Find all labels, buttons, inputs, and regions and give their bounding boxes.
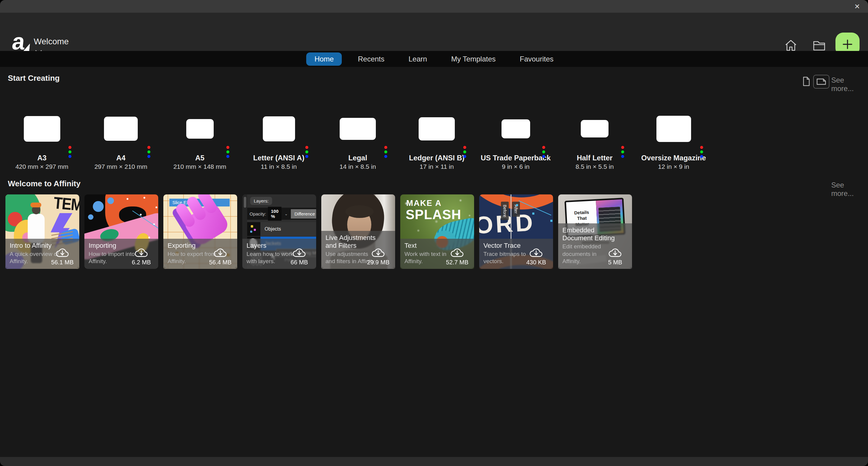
opacity-value: 100 % (268, 207, 281, 221)
card-info-overlay: Vector Trace Trace bitmaps to vectors. 4… (479, 239, 553, 269)
card-info-overlay: Importing How to import into Affinity. 6… (84, 239, 158, 269)
preset-thumbnail-area (634, 106, 713, 151)
start-creating-see-more-link[interactable]: See more... (831, 76, 868, 93)
card-download-button[interactable]: 56.4 MB (207, 247, 234, 266)
tutorial-card-vector-trace[interactable]: ORD Before After Vector Trace Trace bitm… (479, 194, 553, 269)
welcome-see-more-link[interactable]: See more... (831, 181, 868, 198)
document-preset-legal[interactable]: Legal 14 in × 8.5 in (318, 106, 397, 170)
preset-thumbnail-area (397, 106, 476, 151)
green-dot-icon (147, 150, 150, 153)
preset-page-thumbnail[interactable] (340, 118, 376, 140)
preset-page-thumbnail[interactable] (501, 119, 530, 138)
preset-thumbnail-area (555, 106, 634, 151)
document-presets-row: A3 420 mm × 297 mm A4 297 mm × 210 mm (2, 106, 713, 170)
tutorial-card-intro-to-affinity[interactable]: TEM Intro to Affinity A quick overview o… (5, 194, 79, 269)
green-dot-icon (621, 150, 624, 153)
tab-home[interactable]: Home (306, 53, 342, 66)
preset-page-thumbnail[interactable] (418, 117, 455, 141)
preset-dimensions: 12 in × 9 in (634, 163, 713, 170)
card-download-button[interactable]: 29.9 MB (365, 247, 392, 266)
preset-dimensions: 297 mm × 210 mm (82, 163, 160, 170)
card-info-overlay: Exporting How to export from Affinity. 5… (163, 239, 237, 269)
document-preset-us-trade-paperback[interactable]: US Trade Paperback 9 in × 6 in (476, 106, 555, 170)
rgb-color-dots-icon (542, 146, 545, 158)
tab-learn[interactable]: Learn (401, 53, 435, 66)
cloud-download-icon (291, 247, 307, 258)
open-folder-icon[interactable] (812, 38, 827, 53)
document-preset-a3[interactable]: A3 420 mm × 297 mm (2, 106, 82, 170)
card-download-size: 430 KB (523, 259, 550, 266)
document-preset-a5[interactable]: A5 210 mm × 148 mm (160, 106, 239, 170)
tab-my-templates[interactable]: My Templates (443, 53, 504, 66)
card-download-size: 66 MB (286, 259, 313, 266)
preset-dimensions: 11 in × 8.5 in (239, 163, 318, 170)
tutorial-card-text[interactable]: MAKE A SPLASH Text Work with text in Aff… (400, 194, 474, 269)
card-download-button[interactable]: 56.1 MB (49, 247, 76, 266)
card-download-button[interactable]: 430 KB (523, 247, 550, 266)
layers-panel-label: Layers: (250, 197, 272, 205)
preset-dimensions: 14 in × 8.5 in (318, 163, 397, 170)
card-download-button[interactable]: 66 MB (286, 247, 313, 266)
rgb-color-dots-icon (384, 146, 387, 158)
green-dot-icon (542, 150, 545, 153)
tab-favourites[interactable]: Favourites (512, 53, 562, 66)
before-label: Before (501, 201, 509, 220)
home-icon[interactable] (784, 38, 798, 53)
cloud-download-icon (212, 247, 228, 258)
header: a Welcome (0, 13, 868, 51)
green-dot-icon (305, 150, 308, 153)
landscape-orientation-toggle[interactable] (813, 75, 830, 89)
preset-dimensions: 9 in × 6 in (476, 163, 555, 170)
green-dot-icon (226, 150, 229, 153)
tutorial-card-exporting[interactable]: Slice Export Exporting How to export fro… (163, 194, 237, 269)
landscape-page-icon (816, 78, 827, 85)
preset-page-thumbnail[interactable] (104, 117, 138, 141)
close-window-button[interactable]: × (852, 1, 863, 11)
preset-dimensions: 17 in × 11 in (397, 163, 476, 170)
blue-dot-icon (226, 155, 229, 158)
blue-dot-icon (700, 155, 703, 158)
tutorial-card-importing[interactable]: Importing How to import into Affinity. 6… (84, 194, 158, 269)
card-download-size: 29.9 MB (365, 259, 392, 266)
document-preset-letter-ansi-a-[interactable]: Letter (ANSI A) 11 in × 8.5 in (239, 106, 318, 170)
doc-text-line1: Details (574, 210, 589, 216)
card-download-button[interactable]: 5 MB (602, 247, 628, 266)
preset-page-thumbnail[interactable] (24, 116, 60, 142)
preset-page-thumbnail[interactable] (186, 119, 214, 139)
card-info-overlay: Embedded Document Editing Edit embedded … (558, 223, 632, 269)
card-download-size: 56.1 MB (49, 259, 76, 266)
tutorial-card-embedded-document-editing[interactable]: Details That Matter Embedded Document Ed… (558, 194, 632, 269)
preset-thumbnail-area (82, 106, 160, 151)
affinity-logo-icon: a (11, 33, 31, 53)
portrait-orientation-icon[interactable] (801, 76, 811, 87)
status-bar (0, 457, 868, 466)
blue-dot-icon (542, 155, 545, 158)
document-preset-ledger-ansi-b-[interactable]: Ledger (ANSI B) 17 in × 11 in (397, 106, 476, 170)
cloud-download-icon (370, 247, 386, 258)
card-download-button[interactable]: 6.2 MB (128, 247, 155, 266)
tutorial-card-layers[interactable]: Layers: Opacity: 100 % ⌄ Difference Obje… (242, 194, 316, 269)
card-info-overlay: Live Adjustments and Filters Use adjustm… (321, 231, 395, 269)
tab-recents[interactable]: Recents (350, 53, 393, 66)
rgb-color-dots-icon (700, 146, 703, 158)
poster-headline: TEM (53, 194, 79, 215)
document-preset-half-letter[interactable]: Half Letter 8.5 in × 5.5 in (555, 106, 634, 170)
preset-page-thumbnail[interactable] (581, 120, 609, 137)
blue-dot-icon (147, 155, 150, 158)
tab-bar: HomeRecentsLearnMy TemplatesFavourites (0, 51, 868, 67)
card-download-button[interactable]: 52.7 MB (444, 247, 470, 266)
card-info-overlay: Text Work with text in Affinity. 52.7 MB (400, 239, 474, 269)
preset-page-thumbnail[interactable] (263, 116, 295, 142)
document-preset-a4[interactable]: A4 297 mm × 210 mm (82, 106, 160, 170)
document-preset-oversize-magazine[interactable]: Oversize Magazine 12 in × 9 in (634, 106, 713, 170)
plus-icon (842, 39, 853, 50)
tutorial-cards-row: TEM Intro to Affinity A quick overview o… (5, 194, 632, 269)
preset-page-thumbnail[interactable] (656, 116, 691, 142)
card-title: Embedded Document Editing (562, 226, 620, 242)
rgb-color-dots-icon (463, 146, 466, 158)
red-dot-icon (621, 146, 624, 149)
red-dot-icon (68, 146, 71, 149)
rgb-color-dots-icon (147, 146, 150, 158)
cloud-download-icon (607, 247, 623, 258)
tutorial-card-live-adjustments-and-filters[interactable]: Live Adjustments and Filters Use adjustm… (321, 194, 395, 269)
